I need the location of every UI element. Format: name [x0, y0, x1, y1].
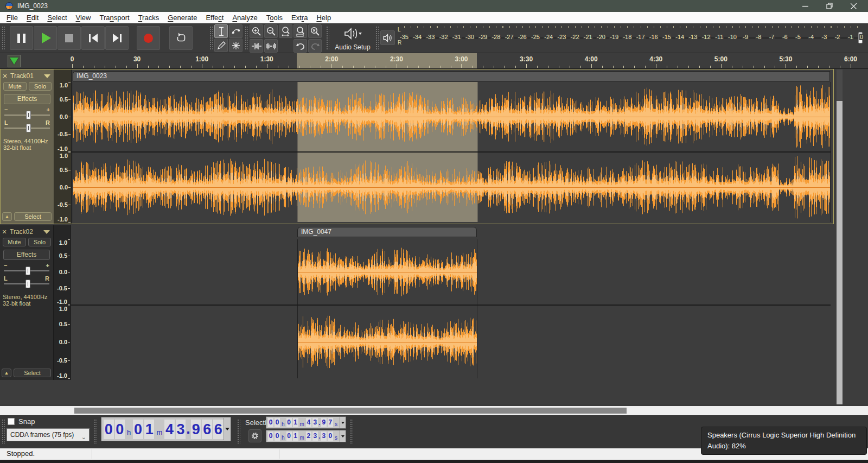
- time-digit[interactable]: 0: [286, 432, 292, 441]
- time-digit[interactable]: 2: [306, 432, 311, 441]
- solo-button[interactable]: Solo: [29, 82, 52, 91]
- pan-slider-thumb[interactable]: [25, 280, 30, 288]
- menu-file[interactable]: File: [2, 12, 22, 23]
- time-digit[interactable]: 0: [275, 418, 280, 427]
- pinned-playhead-button[interactable]: [8, 55, 21, 67]
- track-control-panel[interactable]: ✕Track01MuteSoloEffects−+LRStereo, 44100…: [1, 69, 54, 224]
- horizontal-scrollbar-thumb[interactable]: [74, 408, 627, 414]
- pan-slider[interactable]: LR: [3, 275, 50, 288]
- time-format-dropdown[interactable]: [224, 418, 230, 440]
- menu-generate[interactable]: Generate: [163, 12, 201, 23]
- time-digit[interactable]: .: [318, 433, 321, 440]
- collapse-button[interactable]: ▲: [2, 369, 11, 377]
- field-dropdown-arrow[interactable]: [340, 417, 346, 428]
- tools-toolbar-grip[interactable]: [209, 26, 213, 50]
- effects-button[interactable]: Effects: [3, 250, 50, 260]
- vertical-scrollbar[interactable]: [837, 69, 843, 404]
- play-button[interactable]: [34, 26, 57, 50]
- time-digit[interactable]: 1: [144, 420, 155, 439]
- time-digit[interactable]: 0: [115, 420, 125, 439]
- selection-tool-button[interactable]: [214, 24, 228, 38]
- menu-help[interactable]: Help: [312, 12, 335, 23]
- menu-tracks[interactable]: Tracks: [134, 12, 164, 23]
- vertical-scrollbar-thumb[interactable]: [837, 69, 843, 101]
- edit-toolbar-grip[interactable]: [244, 26, 248, 50]
- time-digit[interactable]: .: [186, 421, 190, 437]
- track-name[interactable]: Track02: [10, 228, 33, 236]
- time-digit[interactable]: 9: [191, 420, 201, 439]
- selection-settings-button[interactable]: [248, 429, 261, 442]
- skip-to-start-button[interactable]: [81, 26, 105, 50]
- time-digit[interactable]: 0: [268, 432, 273, 441]
- snap-checkbox[interactable]: [8, 418, 15, 425]
- multi-tool-button[interactable]: [229, 39, 242, 52]
- selection-toolbar-grip[interactable]: [237, 418, 240, 444]
- menu-analyze[interactable]: Analyze: [228, 12, 261, 23]
- time-digit[interactable]: .: [318, 419, 321, 427]
- waveform-channel-2[interactable]: [72, 153, 831, 222]
- meter-speaker-button[interactable]: [380, 30, 395, 45]
- waveform-channel-1[interactable]: [71, 239, 831, 305]
- time-digit[interactable]: 1: [293, 432, 298, 441]
- time-digit[interactable]: 3: [321, 432, 327, 441]
- stop-button[interactable]: [58, 26, 81, 50]
- time-digit[interactable]: 3: [176, 420, 186, 439]
- waveform-channel-2[interactable]: [71, 306, 831, 378]
- record-button[interactable]: [137, 26, 160, 50]
- vertical-scale-ruler[interactable]: 1.00.50.0-0.5-1.01.00.50.0-0.5-1.0: [54, 69, 72, 224]
- time-toolbar-grip[interactable]: [93, 418, 97, 444]
- track-menu-arrow-icon[interactable]: [44, 74, 50, 78]
- track-waveform-area[interactable]: IMG_0023: [72, 69, 831, 224]
- zoom-out-button[interactable]: [264, 24, 278, 38]
- time-digit[interactable]: 6: [213, 420, 224, 439]
- silence-audio-button[interactable]: [264, 39, 278, 53]
- title-bar[interactable]: IMG_0023: [0, 0, 868, 12]
- track-select-button[interactable]: Select: [14, 212, 52, 221]
- track-close-button[interactable]: ✕: [1, 73, 9, 80]
- pan-slider[interactable]: LR: [3, 119, 51, 132]
- time-digit[interactable]: 7: [328, 418, 333, 427]
- time-digit[interactable]: 6: [202, 420, 212, 439]
- time-digit[interactable]: 3: [312, 432, 318, 441]
- close-button[interactable]: [841, 0, 866, 12]
- track-close-button[interactable]: ✕: [0, 229, 9, 236]
- skip-to-end-button[interactable]: [105, 26, 129, 50]
- zoom-in-button[interactable]: [250, 24, 263, 38]
- audio-setup-toolbar-grip[interactable]: [326, 26, 329, 50]
- loop-button[interactable]: [169, 26, 193, 50]
- time-digit[interactable]: 0: [328, 432, 333, 441]
- gain-slider[interactable]: −+: [3, 106, 51, 119]
- time-digit[interactable]: 0: [275, 432, 280, 441]
- collapse-button[interactable]: ▲: [2, 212, 12, 221]
- track-control-panel[interactable]: ✕Track02MuteSoloEffects−+LRStereo, 44100…: [0, 225, 53, 380]
- gain-slider[interactable]: −+: [3, 262, 50, 275]
- clip-title-bar[interactable]: IMG_0047: [297, 227, 477, 237]
- mute-button[interactable]: Mute: [3, 238, 26, 246]
- draw-tool-button[interactable]: [214, 39, 228, 52]
- menu-effect[interactable]: Effect: [201, 12, 228, 23]
- field-dropdown-arrow[interactable]: [340, 430, 346, 442]
- track-menu-arrow-icon[interactable]: [43, 230, 50, 234]
- time-digit[interactable]: 1: [293, 418, 298, 427]
- time-digit[interactable]: 0: [104, 420, 114, 439]
- snap-toolbar-grip[interactable]: [1, 418, 5, 444]
- playback-meter[interactable]: L R -35-34-33-32-31-30-29-28-27-26-25-24…: [374, 23, 868, 53]
- gain-slider-thumb[interactable]: [26, 111, 31, 119]
- time-digit[interactable]: 0: [286, 418, 292, 427]
- minimize-button[interactable]: [793, 0, 818, 12]
- pause-button[interactable]: [10, 26, 33, 50]
- zoom-toggle-button[interactable]: [308, 24, 322, 38]
- horizontal-scrollbar[interactable]: [0, 406, 868, 415]
- time-digit[interactable]: 0: [133, 420, 143, 439]
- fit-project-button[interactable]: [293, 24, 307, 38]
- snap-format-dropdown[interactable]: CDDA frames (75 fps) ⌄: [7, 428, 90, 441]
- effects-button[interactable]: Effects: [4, 94, 50, 104]
- waveform-channel-1[interactable]: [72, 82, 831, 151]
- clip-title-bar[interactable]: IMG_0023: [73, 71, 830, 81]
- undo-button[interactable]: [293, 39, 307, 53]
- gain-slider-thumb[interactable]: [25, 267, 30, 275]
- menu-transport[interactable]: Transport: [95, 12, 133, 23]
- menu-tools[interactable]: Tools: [262, 12, 287, 23]
- time-digit[interactable]: 4: [306, 418, 311, 427]
- time-digit[interactable]: 4: [164, 420, 175, 439]
